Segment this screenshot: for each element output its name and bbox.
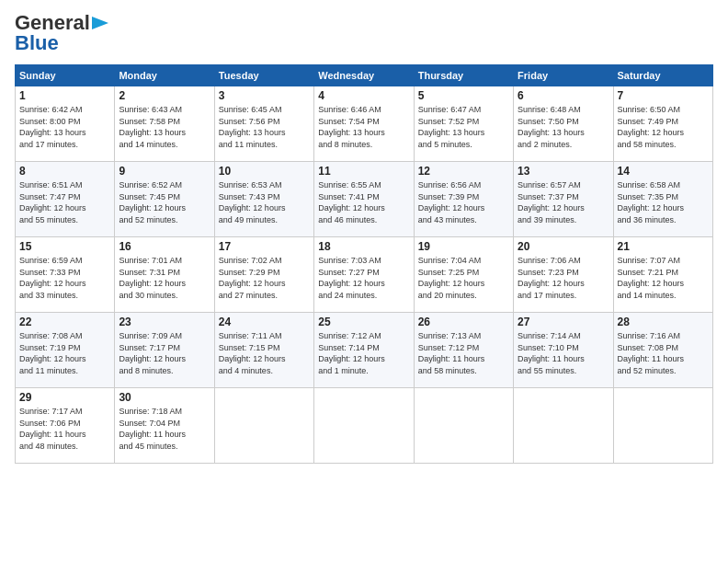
week-row-2: 8Sunrise: 6:51 AM Sunset: 7:47 PM Daylig…: [16, 162, 713, 237]
week-row-5: 29Sunrise: 7:17 AM Sunset: 7:06 PM Dayli…: [16, 388, 713, 464]
day-info: Sunrise: 6:46 AM Sunset: 7:54 PM Dayligh…: [318, 104, 409, 150]
logo-blue: Blue: [15, 31, 59, 55]
calendar-cell: [214, 388, 313, 464]
day-number: 22: [19, 316, 110, 328]
day-number: 13: [518, 165, 609, 178]
day-number: 5: [418, 89, 509, 102]
day-info: Sunrise: 7:12 AM Sunset: 7:14 PM Dayligh…: [318, 330, 409, 376]
day-number: 23: [119, 316, 210, 328]
day-info: Sunrise: 6:53 AM Sunset: 7:43 PM Dayligh…: [219, 179, 310, 225]
calendar-cell: 9Sunrise: 6:52 AM Sunset: 7:45 PM Daylig…: [115, 162, 214, 237]
calendar-cell: 27Sunrise: 7:14 AM Sunset: 7:10 PM Dayli…: [514, 313, 613, 388]
calendar-table: SundayMondayTuesdayWednesdayThursdayFrid…: [15, 64, 713, 464]
calendar-cell: 18Sunrise: 7:03 AM Sunset: 7:27 PM Dayli…: [314, 237, 414, 313]
day-info: Sunrise: 7:07 AM Sunset: 7:21 PM Dayligh…: [618, 255, 709, 301]
calendar-cell: 17Sunrise: 7:02 AM Sunset: 7:29 PM Dayli…: [214, 237, 313, 313]
logo-arrow-icon: [92, 17, 108, 29]
day-number: 27: [518, 316, 609, 328]
day-number: 15: [19, 240, 110, 253]
weekday-header-saturday: Saturday: [613, 65, 712, 86]
day-info: Sunrise: 6:55 AM Sunset: 7:41 PM Dayligh…: [318, 179, 409, 225]
day-number: 3: [219, 89, 310, 102]
day-number: 7: [618, 89, 709, 102]
calendar-cell: 13Sunrise: 6:57 AM Sunset: 7:37 PM Dayli…: [514, 162, 613, 237]
calendar-cell: [414, 388, 513, 464]
calendar-cell: 22Sunrise: 7:08 AM Sunset: 7:19 PM Dayli…: [16, 313, 115, 388]
week-row-3: 15Sunrise: 6:59 AM Sunset: 7:33 PM Dayli…: [16, 237, 713, 313]
day-info: Sunrise: 6:45 AM Sunset: 7:56 PM Dayligh…: [219, 104, 310, 150]
day-number: 25: [318, 316, 409, 328]
calendar-cell: 12Sunrise: 6:56 AM Sunset: 7:39 PM Dayli…: [414, 162, 513, 237]
calendar-cell: 14Sunrise: 6:58 AM Sunset: 7:35 PM Dayli…: [613, 162, 712, 237]
day-info: Sunrise: 6:52 AM Sunset: 7:45 PM Dayligh…: [119, 179, 210, 225]
day-info: Sunrise: 6:58 AM Sunset: 7:35 PM Dayligh…: [618, 179, 709, 225]
day-info: Sunrise: 6:47 AM Sunset: 7:52 PM Dayligh…: [418, 104, 509, 150]
weekday-header-sunday: Sunday: [16, 65, 115, 86]
week-row-4: 22Sunrise: 7:08 AM Sunset: 7:19 PM Dayli…: [16, 313, 713, 388]
day-info: Sunrise: 6:51 AM Sunset: 7:47 PM Dayligh…: [19, 179, 110, 225]
calendar-cell: 7Sunrise: 6:50 AM Sunset: 7:49 PM Daylig…: [613, 86, 712, 162]
calendar-cell: 8Sunrise: 6:51 AM Sunset: 7:47 PM Daylig…: [16, 162, 115, 237]
day-number: 19: [418, 240, 509, 253]
day-info: Sunrise: 7:13 AM Sunset: 7:12 PM Dayligh…: [418, 330, 509, 376]
day-number: 24: [219, 316, 310, 328]
calendar-cell: 19Sunrise: 7:04 AM Sunset: 7:25 PM Dayli…: [414, 237, 513, 313]
calendar-cell: 6Sunrise: 6:48 AM Sunset: 7:50 PM Daylig…: [514, 86, 613, 162]
day-info: Sunrise: 7:02 AM Sunset: 7:29 PM Dayligh…: [219, 255, 310, 301]
day-number: 12: [418, 165, 509, 178]
header: General Blue: [15, 11, 713, 55]
calendar-cell: 16Sunrise: 7:01 AM Sunset: 7:31 PM Dayli…: [115, 237, 214, 313]
calendar-cell: 10Sunrise: 6:53 AM Sunset: 7:43 PM Dayli…: [214, 162, 313, 237]
week-row-1: 1Sunrise: 6:42 AM Sunset: 8:00 PM Daylig…: [16, 86, 713, 162]
logo: General Blue: [15, 11, 108, 55]
day-number: 30: [119, 391, 210, 404]
day-number: 28: [618, 316, 709, 328]
day-number: 2: [119, 89, 210, 102]
day-info: Sunrise: 7:08 AM Sunset: 7:19 PM Dayligh…: [19, 330, 110, 376]
day-number: 26: [418, 316, 509, 328]
day-info: Sunrise: 7:06 AM Sunset: 7:23 PM Dayligh…: [518, 255, 609, 301]
calendar-cell: 3Sunrise: 6:45 AM Sunset: 7:56 PM Daylig…: [214, 86, 313, 162]
calendar-cell: 5Sunrise: 6:47 AM Sunset: 7:52 PM Daylig…: [414, 86, 513, 162]
weekday-header-monday: Monday: [115, 65, 214, 86]
svg-marker-0: [92, 17, 108, 29]
calendar-cell: 21Sunrise: 7:07 AM Sunset: 7:21 PM Dayli…: [613, 237, 712, 313]
calendar-cell: [314, 388, 414, 464]
day-info: Sunrise: 7:17 AM Sunset: 7:06 PM Dayligh…: [19, 406, 110, 452]
day-info: Sunrise: 6:50 AM Sunset: 7:49 PM Dayligh…: [618, 104, 709, 150]
day-info: Sunrise: 6:42 AM Sunset: 8:00 PM Dayligh…: [19, 104, 110, 150]
day-number: 10: [219, 165, 310, 178]
calendar-body: 1Sunrise: 6:42 AM Sunset: 8:00 PM Daylig…: [16, 86, 713, 464]
weekday-header-thursday: Thursday: [414, 65, 513, 86]
calendar-cell: 15Sunrise: 6:59 AM Sunset: 7:33 PM Dayli…: [16, 237, 115, 313]
day-info: Sunrise: 6:48 AM Sunset: 7:50 PM Dayligh…: [518, 104, 609, 150]
weekday-header-friday: Friday: [514, 65, 613, 86]
day-number: 29: [19, 391, 110, 404]
day-info: Sunrise: 7:14 AM Sunset: 7:10 PM Dayligh…: [518, 330, 609, 376]
day-info: Sunrise: 7:16 AM Sunset: 7:08 PM Dayligh…: [618, 330, 709, 376]
calendar-cell: 30Sunrise: 7:18 AM Sunset: 7:04 PM Dayli…: [115, 388, 214, 464]
calendar-cell: 28Sunrise: 7:16 AM Sunset: 7:08 PM Dayli…: [613, 313, 712, 388]
day-info: Sunrise: 7:18 AM Sunset: 7:04 PM Dayligh…: [119, 406, 210, 452]
day-number: 4: [318, 89, 409, 102]
weekday-header-row: SundayMondayTuesdayWednesdayThursdayFrid…: [16, 65, 713, 86]
day-number: 18: [318, 240, 409, 253]
calendar-cell: 1Sunrise: 6:42 AM Sunset: 8:00 PM Daylig…: [16, 86, 115, 162]
day-number: 9: [119, 165, 210, 178]
day-info: Sunrise: 6:57 AM Sunset: 7:37 PM Dayligh…: [518, 179, 609, 225]
day-number: 6: [518, 89, 609, 102]
day-info: Sunrise: 7:11 AM Sunset: 7:15 PM Dayligh…: [219, 330, 310, 376]
calendar-cell: 4Sunrise: 6:46 AM Sunset: 7:54 PM Daylig…: [314, 86, 414, 162]
calendar-cell: 20Sunrise: 7:06 AM Sunset: 7:23 PM Dayli…: [514, 237, 613, 313]
calendar-page: General Blue SundayMondayTuesdayWednesda…: [0, 0, 728, 563]
weekday-header-wednesday: Wednesday: [314, 65, 414, 86]
calendar-cell: [514, 388, 613, 464]
day-info: Sunrise: 7:09 AM Sunset: 7:17 PM Dayligh…: [119, 330, 210, 376]
calendar-cell: [613, 388, 712, 464]
day-info: Sunrise: 7:01 AM Sunset: 7:31 PM Dayligh…: [119, 255, 210, 301]
calendar-cell: 2Sunrise: 6:43 AM Sunset: 7:58 PM Daylig…: [115, 86, 214, 162]
day-number: 20: [518, 240, 609, 253]
calendar-cell: 11Sunrise: 6:55 AM Sunset: 7:41 PM Dayli…: [314, 162, 414, 237]
day-number: 11: [318, 165, 409, 178]
day-number: 1: [19, 89, 110, 102]
